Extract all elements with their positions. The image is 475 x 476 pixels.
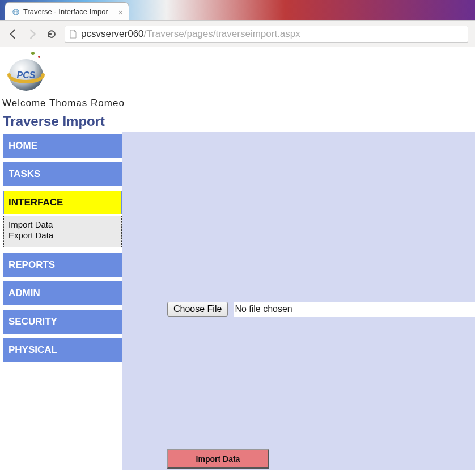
back-button[interactable] <box>7 28 19 40</box>
sidebar-sub-export[interactable]: Export Data <box>9 230 117 241</box>
reload-button[interactable] <box>45 28 58 40</box>
forward-button[interactable] <box>26 28 39 40</box>
nav-row: pcsvserver060/Traverse/pages/traverseimp… <box>0 20 475 47</box>
sidebar-item-admin[interactable]: ADMIN <box>3 281 122 305</box>
choose-file-button[interactable]: Choose File <box>167 302 228 317</box>
sidebar-item-interface[interactable]: INTERFACE <box>3 191 122 214</box>
page-title: Traverse Import <box>3 113 475 129</box>
sidebar: HOME TASKS INTERFACE Import Data Export … <box>0 132 122 470</box>
import-data-button[interactable]: Import Data <box>167 449 269 469</box>
sidebar-item-reports[interactable]: REPORTS <box>3 253 122 277</box>
file-status: No file chosen <box>235 304 292 314</box>
sidebar-item-physical[interactable]: PHYSICAL <box>3 338 122 362</box>
close-icon[interactable]: × <box>118 8 123 17</box>
sidebar-item-tasks[interactable]: TASKS <box>3 162 122 186</box>
url-bar[interactable]: pcsvserver060/Traverse/pages/traverseimp… <box>65 26 468 43</box>
sidebar-item-home[interactable]: HOME <box>3 134 122 158</box>
welcome-text: Welcome Thomas Romeo <box>2 98 475 109</box>
svg-point-4 <box>38 56 40 58</box>
svg-text:PCS: PCS <box>17 70 36 80</box>
sidebar-submenu: Import Data Export Data <box>3 216 122 247</box>
svg-point-3 <box>31 52 35 55</box>
main-panel: Choose File No file chosen Import Data <box>122 132 475 470</box>
sidebar-sub-import[interactable]: Import Data <box>9 220 117 230</box>
body-layout: HOME TASKS INTERFACE Import Data Export … <box>0 132 475 470</box>
file-icon <box>69 30 78 39</box>
file-row: Choose File No file chosen <box>167 302 475 317</box>
url-host: pcsvserver060 <box>81 28 144 40</box>
tab-row: Traverse - Interface Impor × <box>0 0 475 20</box>
browser-tab[interactable]: Traverse - Interface Impor × <box>5 2 129 20</box>
tab-title: Traverse - Interface Impor <box>23 7 108 16</box>
app-header: PCS Welcome Thomas Romeo Traverse Import <box>0 47 475 129</box>
logo: PCS <box>2 50 53 95</box>
sidebar-item-security[interactable]: SECURITY <box>3 310 122 334</box>
browser-chrome: Traverse - Interface Impor × pcsvserver0… <box>0 0 475 47</box>
url-path: /Traverse/pages/traverseimport.aspx <box>144 28 300 40</box>
file-status-wrap: No file chosen <box>234 302 475 317</box>
globe-icon <box>12 8 20 16</box>
